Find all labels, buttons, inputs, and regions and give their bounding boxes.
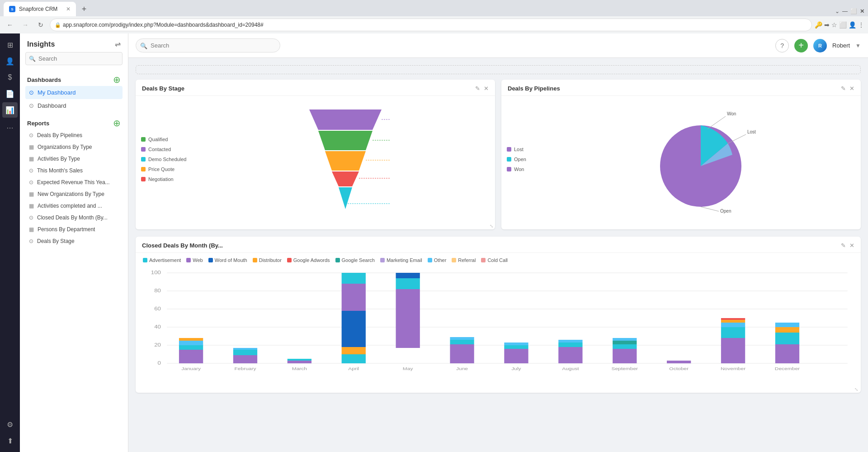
closed-deals-close-icon[interactable]: ✕	[849, 242, 854, 249]
legend-qualified: Qualified	[141, 137, 195, 142]
svg-rect-57	[450, 340, 474, 344]
svg-rect-56	[450, 344, 474, 363]
svg-text:January: January	[181, 366, 201, 371]
sidebar-item-activities-completed[interactable]: ▦ Activities completed and ...	[25, 200, 123, 212]
star-icon[interactable]: ☆	[831, 21, 837, 29]
sidebar-item-persons-dept[interactable]: ▦ Persons By Department	[25, 224, 123, 235]
new-orgs-type-label: New Organizations By Type	[38, 191, 104, 197]
funnel-visual: Contacted Qualified Price Quote Negotiat…	[201, 105, 490, 214]
svg-text:20: 20	[154, 343, 161, 347]
svg-rect-47	[342, 273, 366, 284]
add-button[interactable]: +	[794, 39, 808, 52]
deals-by-stage-close-icon[interactable]: ✕	[484, 85, 489, 92]
help-icon[interactable]: ?	[775, 39, 789, 52]
toolbar-search-icon: 🔍	[140, 42, 147, 49]
svg-text:80: 80	[154, 288, 161, 293]
forward-button[interactable]: →	[19, 19, 32, 31]
rail-icon-person[interactable]: 👤	[2, 53, 18, 69]
sidebar-item-closed-deals[interactable]: ⊙ Closed Deals By Month (By...	[25, 212, 123, 224]
active-tab[interactable]: S Snapforce CRM ✕	[4, 2, 76, 16]
cast-icon: ➡	[824, 21, 830, 29]
sidebar-item-my-dashboard[interactable]: ⊙ My Dashboard	[25, 86, 123, 99]
rail-icon-file[interactable]: 📄	[2, 86, 18, 101]
sidebar-item-activities-type[interactable]: ▦ Activities By Type	[25, 153, 123, 165]
browser-tabs-bar: S Snapforce CRM ✕ + ⌄ — ⬜ ✕	[0, 0, 868, 16]
legend-web: Web	[186, 257, 203, 263]
dashboards-section-header: Dashboards ⊕	[25, 72, 123, 86]
rail-icon-dollar[interactable]: $	[2, 70, 18, 85]
svg-rect-44	[288, 359, 311, 361]
sidebar-item-deals-stage[interactable]: ⊙ Deals By Stage	[25, 235, 123, 247]
deals-by-pipelines-edit-icon[interactable]: ✎	[841, 85, 846, 92]
closed-deals-edit-icon[interactable]: ✎	[841, 242, 846, 249]
bar-card-resize-handle[interactable]: ⤡	[136, 386, 861, 393]
sidebar-item-expected-revenue[interactable]: ⊙ Expected Revenue This Yea...	[25, 176, 123, 188]
rail-icon-upload[interactable]: ⬆	[2, 433, 18, 448]
key-icon: 🔑	[815, 21, 822, 29]
user-dropdown-icon[interactable]: ▼	[855, 43, 861, 49]
sidebar-search-container: 🔍	[25, 52, 123, 65]
svg-marker-4	[339, 187, 352, 209]
svg-line-16	[708, 116, 726, 129]
closed-deals-actions: ✎ ✕	[841, 242, 854, 249]
rail-icon-gear[interactable]: ⚙	[2, 417, 18, 432]
resize-handle[interactable]: ⤡	[136, 223, 495, 229]
rail-icon-chart[interactable]: 📊	[2, 102, 18, 118]
sidebar-header: Insights ⇌	[20, 33, 128, 52]
address-text: app.snapforce.com/prodigy/index.php?Modu…	[63, 22, 264, 28]
toolbar-search-input[interactable]	[136, 38, 280, 52]
tab-close-icon[interactable]: ✕	[66, 6, 71, 12]
svg-rect-36	[179, 341, 203, 345]
funnel-legend: Qualified Contacted Demo Scheduled	[141, 137, 195, 182]
new-tab-button[interactable]: +	[78, 3, 90, 15]
rail-icon-more[interactable]: …	[2, 119, 18, 134]
deals-by-pipelines-close-icon[interactable]: ✕	[849, 85, 854, 92]
orgs-type-icon: ▦	[29, 144, 34, 150]
sidebar-item-new-orgs-type[interactable]: ▦ New Organizations By Type	[25, 188, 123, 200]
svg-rect-43	[288, 361, 311, 363]
rail-icon-grid[interactable]: ⊞	[2, 37, 18, 52]
svg-marker-0	[309, 109, 382, 130]
back-button[interactable]: ←	[4, 19, 16, 31]
svg-marker-2	[325, 151, 366, 171]
svg-rect-39	[233, 355, 257, 363]
svg-text:Open: Open	[720, 209, 731, 214]
dashboards-section: Dashboards ⊕ ⊙ My Dashboard ⊙ Dashboard	[20, 71, 128, 114]
sidebar-item-orgs-type[interactable]: ▦ Organizations By Type	[25, 141, 123, 153]
sidebar-item-this-months-sales[interactable]: ⊙ This Month's Sales	[25, 165, 123, 176]
svg-rect-46	[342, 284, 366, 311]
activities-completed-icon: ▦	[29, 203, 34, 209]
sidebar-item-deals-pipelines[interactable]: ⊙ Deals By Pipelines	[25, 129, 123, 141]
sidebar-search-input[interactable]	[25, 52, 123, 65]
address-bar[interactable]: 🔒 app.snapforce.com/prodigy/index.php?Mo…	[50, 19, 812, 31]
svg-text:August: August	[562, 366, 579, 371]
svg-rect-52	[396, 289, 420, 348]
refresh-button[interactable]: ↻	[34, 19, 47, 31]
user-name: Robert	[832, 42, 850, 49]
svg-text:60: 60	[154, 306, 161, 311]
svg-rect-64	[558, 347, 582, 363]
deals-by-stage-edit-icon[interactable]: ✎	[475, 85, 480, 92]
legend-negotiation: Negotiation	[141, 176, 195, 182]
deals-by-pipelines-body: Lost Open Won	[501, 96, 861, 223]
legend-google-adwords: Google Adwords	[287, 257, 330, 263]
sidebar-item-dashboard[interactable]: ⊙ Dashboard	[25, 99, 123, 112]
profile-icon[interactable]: 👤	[849, 21, 856, 29]
reports-add-icon[interactable]: ⊕	[113, 119, 121, 128]
svg-rect-37	[179, 338, 203, 341]
svg-rect-76	[721, 327, 745, 338]
svg-rect-65	[558, 343, 582, 347]
dashboards-add-icon[interactable]: ⊕	[113, 75, 121, 84]
user-avatar: R	[813, 39, 827, 52]
deals-by-stage-actions: ✎ ✕	[475, 85, 489, 92]
this-months-sales-icon: ⊙	[29, 167, 33, 174]
deals-by-pipelines-header: Deals By Pipelines ✎ ✕	[501, 80, 861, 96]
bar-chart-legend: Advertisement Web Word of Mouth Distribu…	[136, 253, 861, 265]
expected-revenue-icon: ⊙	[29, 179, 33, 186]
menu-icon[interactable]: ⋮	[858, 21, 864, 29]
tab-icon[interactable]: ⬜	[839, 21, 847, 29]
sidebar-title: Insights	[27, 40, 55, 48]
svg-rect-66	[558, 340, 582, 343]
sidebar-filter-icon[interactable]: ⇌	[115, 40, 121, 48]
this-months-sales-label: This Month's Sales	[37, 167, 83, 174]
